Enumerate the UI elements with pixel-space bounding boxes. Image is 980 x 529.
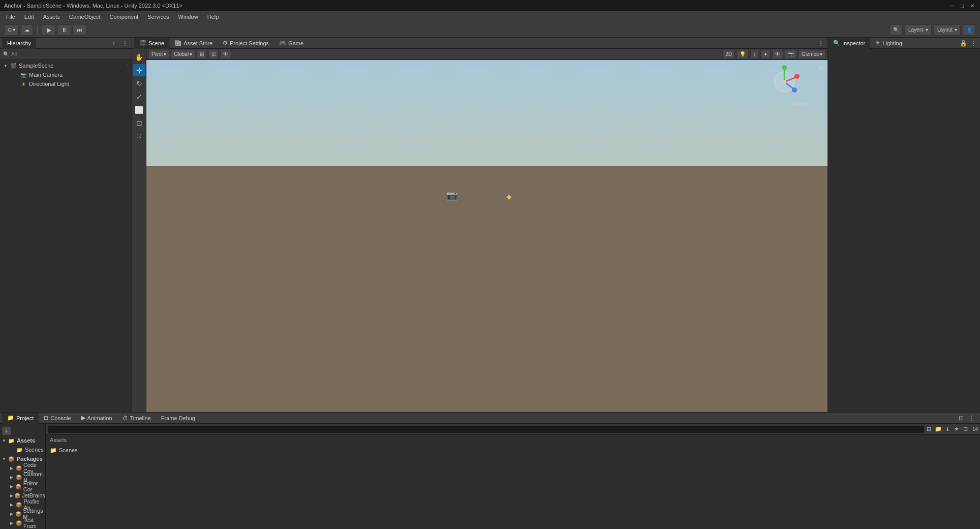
inspector-actions: 🔒 ⋮: [957, 39, 980, 48]
scene-tab-assetstore[interactable]: 🏬 Asset Store: [169, 38, 218, 49]
menu-services[interactable]: Services: [143, 13, 173, 21]
scene-more-icon[interactable]: ⋮: [125, 63, 130, 69]
play-button[interactable]: ▶: [42, 24, 56, 36]
menu-window[interactable]: Window: [174, 13, 202, 21]
rect-tool-btn[interactable]: ⬜: [133, 104, 145, 116]
transform-tool-btn[interactable]: ⊡: [133, 117, 145, 129]
layers-dropdown[interactable]: Layers ▾: [905, 24, 932, 36]
hierarchy-tree: ▼ 🎬 SampleScene ⋮ 📷 Main Camera ☀ Direct…: [0, 60, 132, 412]
minimize-button[interactable]: ─: [948, 2, 956, 9]
hierarchy-menu-btn[interactable]: ⋮: [120, 39, 130, 48]
2d-btn[interactable]: 2D: [722, 50, 735, 59]
project-maximize-btn[interactable]: ⊡: [957, 414, 966, 423]
gizmos-btn[interactable]: Gizmos ▾: [799, 50, 825, 59]
visibility-btn[interactable]: 👁: [220, 50, 231, 59]
bottom-tab-timeline[interactable]: ⏱ Timeline: [117, 413, 156, 424]
proj-tool-4[interactable]: ★: [952, 425, 961, 434]
light-btn[interactable]: 💡: [737, 50, 749, 59]
proj-tool-5[interactable]: ⊡: [961, 425, 970, 434]
bottom-tab-animation[interactable]: ▶ Animation: [76, 413, 117, 424]
grid-toggle-btn[interactable]: ⊞: [197, 50, 207, 59]
audio-btn[interactable]: ♪: [750, 50, 759, 59]
profilean-icon: 📦: [16, 502, 22, 508]
hierarchy-search-icon: 🔍: [3, 51, 9, 57]
inspector-menu-btn[interactable]: ⋮: [969, 39, 978, 48]
hierarchy-search-input[interactable]: [11, 51, 129, 57]
hierarchy-scene-item[interactable]: ▼ 🎬 SampleScene ⋮: [0, 61, 132, 70]
inspector-tab-bar: 🔍 Inspector ☀ Lighting 🔒 ⋮: [828, 38, 980, 49]
close-button[interactable]: ✕: [969, 2, 976, 9]
hierarchy-light-item[interactable]: ☀ Directional Light: [0, 79, 132, 89]
bottom-tab-actions: ⊡ ⋮: [955, 414, 978, 423]
hierarchy-tab-label: Hierarchy: [7, 40, 31, 46]
hand-tool-btn[interactable]: ✋: [133, 51, 145, 63]
menu-assets[interactable]: Assets: [39, 13, 64, 21]
proj-tool-2[interactable]: 📁: [934, 425, 943, 434]
scene-tab-projectsettings[interactable]: ⚙ Project Settings: [218, 38, 274, 49]
bottom-tab-framedebug[interactable]: Frame Debug: [156, 413, 200, 424]
light-expand-icon: [12, 80, 19, 87]
layout-dropdown[interactable]: Layout ▾: [934, 24, 961, 36]
cloud-icon: ☁: [24, 27, 29, 33]
menu-edit[interactable]: Edit: [20, 13, 38, 21]
lighting-tab[interactable]: ☀ Lighting: [870, 38, 907, 49]
inspector-tab[interactable]: 🔍 Inspector: [828, 38, 870, 49]
svg-point-6: [792, 87, 797, 93]
maximize-button[interactable]: □: [959, 2, 966, 9]
bottom-tab-console[interactable]: ⊡ Console: [39, 413, 76, 424]
rotate-tool-btn[interactable]: ↻: [133, 77, 145, 90]
pivot-btn[interactable]: Pivot ▾: [148, 50, 169, 59]
jetbrains-icon: 📦: [14, 493, 20, 498]
pivot-chevron: ▾: [164, 51, 166, 57]
move-tool-btn[interactable]: ✛: [133, 64, 145, 76]
custom-tool-btn[interactable]: ⁙: [133, 130, 145, 142]
camera-label: Main Camera: [29, 72, 63, 78]
search-btn[interactable]: 🔍: [890, 24, 903, 36]
proj-tool-1[interactable]: ⊞: [925, 425, 934, 434]
scene-tab-game[interactable]: 🎮 Game: [274, 38, 309, 49]
menu-file[interactable]: File: [2, 13, 19, 21]
menu-gameobject[interactable]: GameObject: [65, 13, 105, 21]
step-button[interactable]: ⏭: [72, 24, 86, 36]
hierarchy-add-btn[interactable]: +: [109, 39, 118, 48]
project-folder-scenes[interactable]: 📁 Scenes: [50, 445, 976, 455]
fx-btn[interactable]: ✦: [760, 50, 771, 59]
hierarchy-camera-item[interactable]: 📷 Main Camera: [0, 70, 132, 79]
camera-scene-btn[interactable]: 📷: [785, 50, 797, 59]
bottom-tab-project[interactable]: 📁 Project: [2, 413, 39, 424]
timeline-icon: ⏱: [122, 415, 128, 421]
menu-component[interactable]: Component: [105, 13, 142, 21]
camera-expand-icon: [12, 71, 19, 78]
scene-menu-btn[interactable]: ⋮: [816, 39, 825, 48]
scene-tab-scene[interactable]: 🎬 Scene: [134, 38, 169, 49]
project-assets-item[interactable]: ▼ 📁 Assets: [0, 436, 45, 445]
project-editorcor-item[interactable]: ▶ 📦 Editor Cor: [0, 482, 45, 491]
proj-tool-3[interactable]: ℹ: [943, 425, 952, 434]
scene-toolbar: Pivot ▾ Global ▾ ⊞ ⊡ 👁 2D 💡 ♪: [146, 49, 828, 60]
viewport-gizmo[interactable]: [767, 64, 802, 100]
project-search-input[interactable]: [48, 425, 925, 433]
snap-btn[interactable]: ⊡: [208, 50, 219, 59]
viewport-hamburger-btn[interactable]: ≡: [819, 64, 823, 73]
project-add-btn[interactable]: +: [2, 426, 11, 435]
cloud-btn[interactable]: ☁: [21, 24, 33, 36]
project-tree-panel: + ▼ 📁 Assets 📁 Scenes ▼ 📦 Packages: [0, 424, 46, 529]
viewport[interactable]: < Persp ≡ 📷 ✦: [146, 60, 828, 412]
global-chevron: ▾: [190, 51, 192, 57]
hierarchy-tab[interactable]: Hierarchy: [2, 38, 36, 49]
scenes-icon: 📁: [16, 447, 23, 453]
account-btn[interactable]: 👤: [963, 24, 976, 36]
global-btn[interactable]: Global ▾: [171, 50, 195, 59]
menu-help[interactable]: Help: [203, 13, 223, 21]
profilean-expand-icon: ▶: [10, 503, 16, 507]
customn-expand-icon: ▶: [10, 475, 16, 480]
scale-tool-btn[interactable]: ⤢: [133, 91, 145, 103]
project-scenes-item[interactable]: 📁 Scenes: [0, 445, 45, 454]
inspector-lock-btn[interactable]: 🔒: [959, 39, 968, 48]
pause-button[interactable]: ⏸: [57, 24, 71, 36]
bottom-panel: 📁 Project ⊡ Console ▶ Animation ⏱ Timeli…: [0, 412, 980, 529]
scene-visibility-btn[interactable]: 👁: [772, 50, 783, 59]
toolbar: ⊙ ▾ ☁ ▶ ⏸ ⏭ 🔍 Layers ▾ Layout ▾ 👤: [0, 22, 980, 38]
project-menu-btn[interactable]: ⋮: [967, 414, 976, 423]
transform-handle-btn[interactable]: ⊙ ▾: [4, 24, 19, 36]
